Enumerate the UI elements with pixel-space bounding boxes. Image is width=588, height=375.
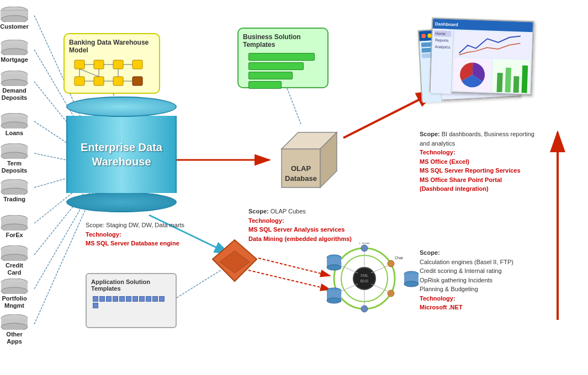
left-item-credit: CreditCard — [0, 245, 29, 276]
scope-olap-tech-detail: MS SQL Server Analysis servicesData Mini… — [248, 226, 352, 242]
svg-rect-61 — [133, 77, 142, 85]
portfolio-label: PortfolioMngmt — [2, 295, 27, 309]
scope-edw-text: Scope: Staging DW, DW, Data marts — [86, 222, 184, 228]
svg-point-41 — [1, 188, 28, 195]
left-item-trading: Trading — [0, 179, 29, 203]
svg-line-20 — [258, 258, 330, 276]
scope-apps-box: Scope:Calculation engines (Basel II, FTP… — [420, 248, 574, 312]
svg-point-101 — [327, 265, 341, 270]
grid-icon-4 — [113, 296, 118, 302]
olap-container: OLAP Database — [271, 121, 342, 199]
grid-icon-5 — [119, 296, 125, 302]
edw-container: Enterprise Data Warehouse — [66, 97, 177, 212]
grid-icon-2 — [99, 296, 105, 302]
grid-icon-6 — [126, 296, 131, 302]
grid-icon-3 — [106, 296, 112, 302]
edw-top — [66, 97, 177, 117]
scope-apps-tech-label: Technology: — [420, 295, 455, 302]
bst-bars — [243, 52, 323, 92]
forex-label: ForEx — [6, 232, 23, 239]
ast-icons — [91, 294, 171, 310]
ast-title: Application Solution Templates — [91, 278, 171, 292]
credit-label: CreditCard — [6, 262, 23, 276]
svg-point-44 — [1, 224, 28, 231]
svg-rect-58 — [75, 77, 84, 85]
edw-bottom — [66, 192, 177, 212]
svg-point-32 — [1, 79, 28, 86]
grid-icon-1 — [93, 296, 98, 302]
term-label: TermDeposits — [2, 160, 27, 174]
svg-point-53 — [1, 323, 28, 330]
apps-label: OtherApps — [6, 331, 22, 345]
ext-db-3 — [403, 270, 420, 291]
svg-rect-112 — [496, 73, 502, 92]
svg-point-107 — [404, 281, 419, 287]
left-item-demand: DemandDeposits — [0, 71, 29, 101]
left-item-customer: Customer — [0, 7, 29, 30]
svg-point-82 — [361, 245, 368, 251]
svg-rect-115 — [521, 66, 528, 93]
loans-label: Loans — [6, 130, 23, 137]
pyramid-svg — [210, 237, 259, 287]
svg-rect-55 — [94, 60, 104, 69]
customer-label: Customer — [0, 23, 28, 30]
scope-olap-tech-label: Technology: — [248, 217, 284, 224]
scope-olap-box: Scope: OLAP Cubes Technology: MS SQL Ser… — [248, 207, 381, 243]
svg-rect-114 — [513, 76, 519, 93]
svg-line-93 — [371, 266, 388, 273]
grid-icon-9 — [146, 296, 151, 302]
svg-line-21 — [248, 270, 330, 290]
svg-point-50 — [1, 287, 28, 294]
svg-point-83 — [388, 260, 394, 267]
screenshot-front: Dashboard Home Reports Analytics — [430, 18, 534, 95]
grid-icon-7 — [133, 296, 138, 302]
grid-icon-12 — [93, 303, 98, 308]
banking-network-diagram — [69, 57, 152, 93]
svg-text:Database: Database — [285, 174, 317, 183]
bst-box-title: Business Solution Templates — [243, 33, 323, 49]
scope-edw-tech-label: Technology: — [86, 231, 121, 238]
svg-point-38 — [1, 152, 28, 159]
diagram-container: Customer Mortgage DemandDeposits Loans — [0, 0, 588, 375]
svg-text:XML: XML — [361, 274, 369, 277]
edw-body: Enterprise Data Warehouse — [66, 116, 177, 192]
scope-edw-tech-detail: MS SQL Server Database engine — [86, 240, 179, 247]
left-item-portfolio: PortfolioMngmt — [0, 278, 29, 309]
scope-bi-text: Scope: BI dashboards, Business reporting… — [420, 131, 534, 147]
svg-rect-59 — [94, 77, 104, 85]
svg-point-35 — [1, 122, 28, 128]
grid-icon-8 — [139, 296, 145, 302]
svg-point-81 — [353, 267, 375, 290]
scope-edw-box: Scope: Staging DW, DW, Data marts Techno… — [86, 221, 196, 248]
banking-box: Banking Data Warehouse Model — [63, 33, 160, 94]
svg-rect-113 — [505, 68, 511, 93]
pyramid-container — [210, 237, 259, 287]
scope-apps-tech-detail: Microsoft .NET — [420, 304, 463, 310]
svg-rect-60 — [113, 77, 123, 85]
svg-point-104 — [327, 298, 341, 303]
bst-box: Business Solution Templates — [237, 28, 329, 88]
ext-db-1 — [326, 254, 342, 275]
banking-box-title: Banking Data Warehouse Model — [69, 39, 155, 54]
svg-line-71 — [80, 69, 99, 77]
demand-label: DemandDeposits — [2, 87, 27, 101]
svg-text:Channels: Channels — [395, 256, 403, 260]
svg-line-97 — [341, 266, 358, 273]
grid-icon-10 — [152, 296, 158, 302]
ast-box: Application Solution Templates — [86, 273, 177, 328]
scope-bi-box: Scope: BI dashboards, Business reporting… — [420, 130, 574, 194]
ext-db-2 — [326, 287, 342, 308]
scope-bi-tech-label: Technology: — [420, 149, 455, 156]
svg-point-29 — [1, 49, 28, 55]
olap-svg: OLAP Database — [271, 121, 342, 199]
scope-bi-tech-detail: MS Office (Excel)MS SQL Server Reporting… — [420, 158, 521, 192]
left-item-term: TermDeposits — [0, 143, 29, 174]
svg-line-94 — [371, 284, 388, 291]
scope-apps-text: Scope:Calculation engines (Basel II, FTP… — [420, 249, 513, 292]
mortgage-label: Mortgage — [1, 56, 28, 63]
left-item-apps: OtherApps — [0, 314, 29, 345]
trading-label: Trading — [3, 196, 25, 203]
svg-line-11 — [287, 88, 301, 124]
svg-point-85 — [361, 306, 368, 312]
svg-point-47 — [1, 254, 28, 261]
